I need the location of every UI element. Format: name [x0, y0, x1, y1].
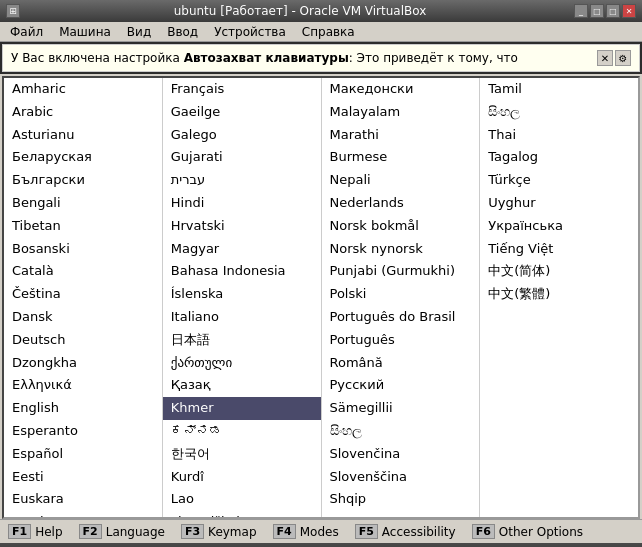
list-item[interactable]: Български [4, 169, 162, 192]
f4-label: F4 [273, 524, 296, 539]
list-item[interactable]: Magyar [163, 238, 321, 261]
menu-input[interactable]: Ввод [161, 24, 204, 40]
list-item[interactable]: Eesti [4, 466, 162, 489]
list-item[interactable]: Polski [322, 283, 480, 306]
list-item[interactable]: Slovenčina [322, 443, 480, 466]
notification-buttons[interactable]: ✕ ⚙ [597, 50, 631, 66]
list-item[interactable]: Беларуская [4, 146, 162, 169]
list-item[interactable]: Tagalog [480, 146, 638, 169]
notification-bold: Автозахват клавиатуры [184, 51, 349, 65]
f4-text: Modes [300, 525, 339, 539]
list-item[interactable]: Shqip [322, 488, 480, 511]
list-item[interactable]: Íslenska [163, 283, 321, 306]
list-item[interactable]: Français [163, 78, 321, 101]
list-item[interactable]: Amharic [4, 78, 162, 101]
f5-text: Accessibility [382, 525, 456, 539]
list-item[interactable]: සිංහල [322, 420, 480, 443]
list-item[interactable]: Bahasa Indonesia [163, 260, 321, 283]
menu-view[interactable]: Вид [121, 24, 157, 40]
menu-machine[interactable]: Машина [53, 24, 117, 40]
list-item[interactable]: Ελληνικά [4, 374, 162, 397]
notification-close-button[interactable]: ✕ [597, 50, 613, 66]
list-item[interactable]: ಕನ್ನಡ [163, 420, 321, 443]
list-item[interactable]: 日本語 [163, 329, 321, 352]
list-item[interactable]: Nederlands [322, 192, 480, 215]
f5-label: F5 [355, 524, 378, 539]
list-item[interactable]: Português [322, 329, 480, 352]
list-item[interactable]: 한국어 [163, 443, 321, 466]
f5-key[interactable]: F5 Accessibility [355, 524, 456, 539]
list-item[interactable]: Dzongkha [4, 352, 162, 375]
list-item[interactable]: 中文(简体) [480, 260, 638, 283]
list-item[interactable]: Lao [163, 488, 321, 511]
list-item[interactable]: Uyghur [480, 192, 638, 215]
list-item[interactable]: Norsk bokmål [322, 215, 480, 238]
notification-settings-button[interactable]: ⚙ [615, 50, 631, 66]
f1-text: Help [35, 525, 62, 539]
restore-button[interactable]: □ [590, 4, 604, 18]
list-item[interactable]: Tamil [480, 78, 638, 101]
list-item[interactable]: Hrvatski [163, 215, 321, 238]
list-item[interactable]: Македонски [322, 78, 480, 101]
list-item[interactable]: 中文(繁體) [480, 283, 638, 306]
list-item[interactable]: සිංහල [480, 101, 638, 124]
list-item[interactable]: Tiếng Việt [480, 238, 638, 261]
list-item[interactable]: Burmese [322, 146, 480, 169]
list-item[interactable]: Čeština [4, 283, 162, 306]
list-item[interactable]: Nepali [322, 169, 480, 192]
list-item[interactable]: Bengali [4, 192, 162, 215]
list-item[interactable]: Asturianu [4, 124, 162, 147]
list-item[interactable]: فارسی [4, 511, 162, 517]
list-item[interactable]: Српски [322, 511, 480, 517]
f1-key[interactable]: F1 Help [8, 524, 63, 539]
f2-key[interactable]: F2 Language [79, 524, 165, 539]
list-item[interactable]: Deutsch [4, 329, 162, 352]
list-item[interactable]: Arabic [4, 101, 162, 124]
f6-label: F6 [472, 524, 495, 539]
notification-suffix: : Это приведёт к тому, что [349, 51, 518, 65]
list-item[interactable]: Thai [480, 124, 638, 147]
language-column-2: Français Gaeilge Galego Gujarati עברית H… [163, 78, 322, 517]
list-item[interactable]: Euskara [4, 488, 162, 511]
list-item[interactable]: Norsk nynorsk [322, 238, 480, 261]
list-item-khmer[interactable]: Khmer [163, 397, 321, 420]
list-item[interactable]: Italiano [163, 306, 321, 329]
list-item[interactable]: Lietuviškai [163, 511, 321, 517]
maximize-button[interactable]: □ [606, 4, 620, 18]
list-item[interactable]: Русский [322, 374, 480, 397]
list-item[interactable]: Gaeilge [163, 101, 321, 124]
list-item[interactable]: עברית [163, 169, 321, 192]
list-item[interactable]: Punjabi (Gurmukhi) [322, 260, 480, 283]
list-item[interactable]: Sämegillii [322, 397, 480, 420]
menu-file[interactable]: Файл [4, 24, 49, 40]
minimize-button[interactable]: _ [574, 4, 588, 18]
list-item[interactable]: Română [322, 352, 480, 375]
title-bar-controls[interactable]: _ □ □ ✕ [574, 4, 636, 18]
list-item[interactable]: Tibetan [4, 215, 162, 238]
list-item[interactable]: Українська [480, 215, 638, 238]
list-item-english[interactable]: English [4, 397, 162, 420]
menu-devices[interactable]: Устройства [208, 24, 292, 40]
list-item[interactable]: Slovenščina [322, 466, 480, 489]
f3-key[interactable]: F3 Keymap [181, 524, 257, 539]
list-item[interactable]: Hindi [163, 192, 321, 215]
list-item[interactable]: Türkçe [480, 169, 638, 192]
list-item[interactable]: Dansk [4, 306, 162, 329]
list-item[interactable]: Bosanski [4, 238, 162, 261]
f6-key[interactable]: F6 Other Options [472, 524, 583, 539]
list-item[interactable]: Português do Brasil [322, 306, 480, 329]
list-item[interactable]: Español [4, 443, 162, 466]
list-item[interactable]: Kurdî [163, 466, 321, 489]
list-item[interactable]: Қазақ [163, 374, 321, 397]
list-item[interactable]: Marathi [322, 124, 480, 147]
list-item[interactable]: Català [4, 260, 162, 283]
list-item[interactable]: Malayalam [322, 101, 480, 124]
close-button[interactable]: ✕ [622, 4, 636, 18]
list-item[interactable]: Galego [163, 124, 321, 147]
list-item[interactable]: ქართული [163, 352, 321, 375]
list-item[interactable]: Esperanto [4, 420, 162, 443]
menu-help[interactable]: Справка [296, 24, 361, 40]
title-bar-left: ⊞ [6, 4, 26, 18]
f4-key[interactable]: F4 Modes [273, 524, 339, 539]
list-item[interactable]: Gujarati [163, 146, 321, 169]
